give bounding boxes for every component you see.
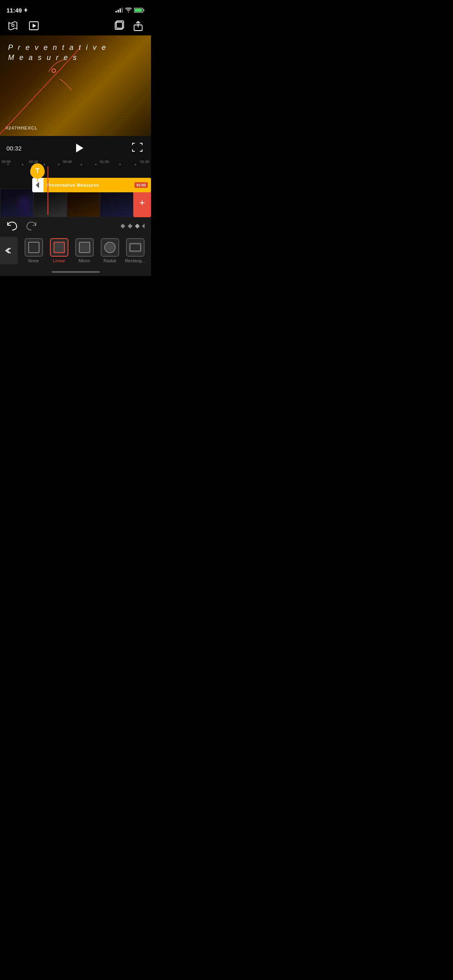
fullscreen-button[interactable] [132,142,145,154]
ruler-mark-40: 00:40 [63,160,72,164]
rectangle-label: Rectang... [125,258,145,263]
video-title-overlay: P r e v e n t a t i v e M e a s u r e s [8,43,107,63]
svg-rect-0 [116,11,117,12]
keyframe-controls[interactable] [120,221,145,231]
ruler-dot [58,164,60,165]
title-line1: P r e v e n t a t i v e [8,43,107,53]
svg-marker-18 [135,224,140,229]
title-line2: M e a s u r e s [8,53,107,63]
video-thumb-4 [100,188,133,217]
svg-marker-15 [36,182,39,188]
ruler-dot [7,164,9,165]
play-triangle-icon [76,144,83,152]
linear-shape [54,242,65,253]
mirror-mask-icon[interactable] [75,238,94,257]
rect-outline [129,243,142,252]
ruler-dot [22,164,23,165]
bottom-controls [0,217,151,235]
marker-t-letter: T [35,167,39,175]
ruler-mark-00: 00:00 [2,160,11,164]
battery-icon [134,8,145,13]
ruler-dot [95,164,97,165]
status-bar: 11:49 [0,0,151,18]
add-icon: + [139,198,145,208]
none-shape [28,242,39,253]
redo-button[interactable] [26,220,37,232]
ruler-mark-80: 01:20 [140,160,149,164]
control-point[interactable] [52,68,56,73]
radial-label: Radial [103,258,116,263]
text-element-body[interactable]: Preventative Measures 01:02 [43,178,151,192]
video-thumb-2 [33,188,67,217]
svg-rect-3 [122,8,123,12]
add-clip-button[interactable]: + [133,188,151,217]
svg-rect-6 [143,9,145,11]
mirror-label: Mirror [79,258,90,263]
video-strip: + [0,188,151,217]
radial-mask-icon[interactable] [101,238,119,257]
text-element-row: T Preventative Measures 01:02 [0,167,151,187]
mirror-shape [79,242,90,253]
undo-button[interactable] [6,220,18,232]
mask-selector: None Linear Mirror Radial [0,235,151,268]
marker-pin-stem [37,179,38,182]
svg-marker-19 [142,224,145,229]
toolbar-left [6,19,40,32]
video-preview: P r e v e n t a t i v e M e a s u r e s … [0,35,151,136]
linear-mask-icon[interactable] [50,238,68,257]
preview-button[interactable] [27,19,40,32]
ruler-dot [81,164,82,165]
svg-marker-17 [128,224,132,229]
mask-options-list: None Linear Mirror Radial [18,237,151,265]
mask-option-mirror[interactable]: Mirror [73,238,95,263]
rect-container [129,241,142,254]
svg-point-7 [12,24,14,27]
time-display: 00:32 [6,145,27,152]
svg-rect-1 [118,10,119,12]
video-thumb-1 [0,188,33,217]
ruler-dot [134,164,136,165]
status-time: 11:49 [6,7,28,14]
layers-button[interactable] [112,19,125,32]
mask-tool-button[interactable] [6,19,19,32]
clock: 11:49 [6,7,22,14]
back-button[interactable] [0,237,18,264]
mask-option-rectangle[interactable]: Rectang... [124,238,146,263]
radial-shape [104,242,116,253]
text-element-bar[interactable]: Preventative Measures 01:02 [32,178,151,192]
rectangle-mask-icon[interactable] [126,238,145,257]
mask-option-radial[interactable]: Radial [99,238,121,263]
linear-label: Linear [53,258,65,263]
signal-icon [116,8,123,12]
svg-marker-9 [33,24,36,28]
text-element-duration: 01:02 [134,182,148,188]
text-element-label: Preventative Measures [47,183,99,187]
timeline-ruler: 00:00 00:20 00:40 01:00 01:20 [0,159,151,167]
home-bar [52,271,100,273]
top-toolbar [0,18,151,35]
playback-controls: 00:32 [0,136,151,159]
status-icons [116,8,145,13]
ruler-mark-60: 01:00 [100,160,109,164]
video-watermark: #247HHEXCL [6,126,38,130]
text-marker-pin[interactable]: T [30,163,45,182]
mask-option-none[interactable]: None [23,238,45,263]
none-mask-icon[interactable] [25,238,43,257]
timeline-section: 00:00 00:20 00:40 01:00 01:20 T [0,159,151,217]
playhead[interactable] [48,167,48,215]
ruler-dot [119,164,121,165]
play-button[interactable] [71,140,87,156]
video-thumb-3 [67,188,100,217]
rect-shape [130,243,141,251]
location-icon [23,8,28,12]
bottom-handle [60,79,76,93]
mask-option-linear[interactable]: Linear [48,238,70,263]
svg-rect-2 [120,8,121,12]
undo-redo-controls [6,220,37,232]
wifi-icon [125,8,132,12]
home-indicator [0,268,151,276]
toolbar-right [112,19,145,32]
none-label: None [28,258,39,263]
share-button[interactable] [132,19,145,32]
svg-rect-5 [135,8,142,12]
